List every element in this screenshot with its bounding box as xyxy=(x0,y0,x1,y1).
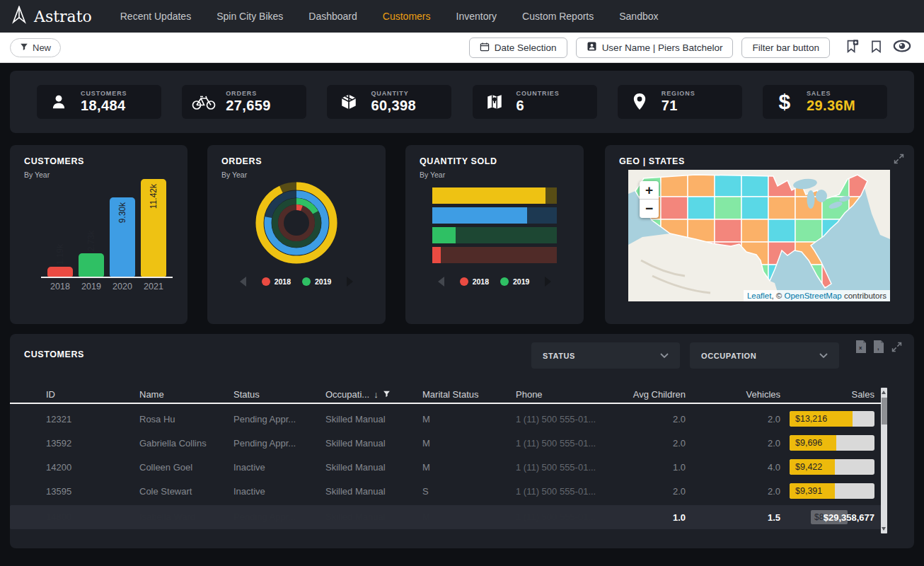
col-header-id[interactable]: ID xyxy=(46,389,139,400)
kpi-label: SALES xyxy=(807,90,855,97)
col-header-name[interactable]: Name xyxy=(139,389,233,400)
legend-dot xyxy=(460,277,468,286)
occupation-filter-dropdown[interactable]: OCCUPATION xyxy=(690,342,839,369)
panel-title: GEO | STATES xyxy=(619,156,685,166)
chart-title: QUANTITY SOLD xyxy=(420,156,497,166)
kpi-orders[interactable]: ORDERS 27,659 xyxy=(182,85,306,119)
nav-item-spin-city-bikes[interactable]: Spin City Bikes xyxy=(204,0,296,33)
filter-bar-button[interactable]: Filter bar button xyxy=(741,37,830,58)
zoom-out-button[interactable]: − xyxy=(640,200,659,218)
kpi-value: 29.36M xyxy=(807,98,855,114)
osm-link[interactable]: OpenStreetMap xyxy=(785,291,842,300)
attrib-sep: , © xyxy=(771,291,784,300)
kpi-customers[interactable]: CUSTOMERS 18,484 xyxy=(37,85,161,119)
hbar-2019[interactable] xyxy=(432,227,557,243)
legend-prev-arrow-icon[interactable] xyxy=(438,277,444,287)
dollar-icon: $ xyxy=(773,91,797,112)
hbar-2018[interactable] xyxy=(432,247,557,263)
legend-item-2019[interactable]: 2019 xyxy=(500,277,529,286)
new-filter-button[interactable]: New xyxy=(10,38,61,57)
date-selection-button[interactable]: Date Selection xyxy=(469,37,567,58)
col-header-avg-children[interactable]: Avg Children xyxy=(597,389,686,400)
legend-next-arrow-icon[interactable] xyxy=(545,277,551,287)
kpi-value: 18,484 xyxy=(81,98,127,114)
legend-prev-arrow-icon[interactable] xyxy=(240,277,246,287)
kpi-label: CUSTOMERS xyxy=(81,90,127,97)
person-icon xyxy=(47,93,71,111)
leaflet-link[interactable]: Leaflet xyxy=(747,291,772,300)
col-header-occupation[interactable]: Occupati... ↓ xyxy=(325,389,422,400)
eye-icon[interactable] xyxy=(893,40,911,55)
filter-funnel-icon[interactable] xyxy=(383,389,391,400)
nav-item-inventory[interactable]: Inventory xyxy=(444,0,510,33)
nav-item-dashboard[interactable]: Dashboard xyxy=(296,0,370,33)
scrollbar-thumb[interactable] xyxy=(882,398,887,424)
sales-bar: $13,216 xyxy=(790,411,874,427)
pin-icon xyxy=(628,92,652,112)
expand-icon[interactable] xyxy=(891,341,903,356)
chevron-down-icon xyxy=(660,353,669,358)
table-row[interactable]: 12321Rosa Hu Pending Appr...Skilled Manu… xyxy=(10,407,887,431)
legend-item-2018[interactable]: 2018 xyxy=(262,277,291,286)
bar-value-label: 1.19k xyxy=(55,244,65,265)
legend-item-2018[interactable]: 2018 xyxy=(460,277,489,286)
status-filter-dropdown[interactable]: STATUS xyxy=(531,342,680,369)
kpi-label: REGIONS xyxy=(662,90,695,97)
brand[interactable]: Astrato xyxy=(0,6,108,27)
top-nav: Astrato Recent Updates Spin City Bikes D… xyxy=(0,0,924,33)
col-header-phone[interactable]: Phone xyxy=(516,389,597,400)
scroll-down-icon[interactable] xyxy=(882,527,886,531)
legend-label: 2018 xyxy=(275,277,291,286)
kpi-strip: CUSTOMERS 18,484 ORDERS 27,659 QUANTITY … xyxy=(10,71,914,133)
col-header-marital-status[interactable]: Marital Status xyxy=(422,389,516,400)
nav-item-custom-reports[interactable]: Custom Reports xyxy=(509,0,606,33)
legend-label: 2019 xyxy=(315,277,331,286)
hbar-2020[interactable] xyxy=(432,207,557,224)
bar-chart[interactable]: 1.19k2.73k9.30k11.42k xyxy=(41,179,173,278)
bar-2020[interactable]: 9.30k xyxy=(110,197,135,277)
nav-item-sandbox[interactable]: Sandbox xyxy=(606,0,671,33)
x-axis-ticks: 2018201920202021 xyxy=(41,282,173,291)
chart-subtitle: By Year xyxy=(24,171,50,179)
export-excel-icon[interactable]: x xyxy=(855,340,867,356)
bar-2019[interactable]: 2.73k xyxy=(79,231,104,277)
x-tick-label: 2021 xyxy=(141,282,166,291)
hbar-2021[interactable] xyxy=(432,187,557,204)
box-icon xyxy=(337,93,361,111)
kpi-value: 6 xyxy=(516,98,560,114)
bookmark-add-icon[interactable] xyxy=(844,38,860,57)
export-doc-icon[interactable]: , xyxy=(873,340,884,356)
x-tick-label: 2019 xyxy=(79,282,104,291)
leaflet-map[interactable]: + − Leaflet, © OpenStreetMap contributor… xyxy=(628,170,890,301)
horizontal-bar-chart[interactable] xyxy=(432,187,557,267)
svg-text:,: , xyxy=(877,344,879,351)
chart-subtitle: By Year xyxy=(221,171,247,179)
orders-chart-panel: ORDERS By Year 2018 2019 xyxy=(207,145,386,324)
table-row[interactable]: 13595Cole Stewart InactiveSkilled Manual… xyxy=(10,479,887,503)
kpi-quantity[interactable]: QUANTITY 60,398 xyxy=(327,85,451,119)
nav-item-customers[interactable]: Customers xyxy=(370,0,444,33)
bookmark-icon[interactable] xyxy=(870,39,883,57)
col-header-status[interactable]: Status xyxy=(233,389,325,400)
bar-2018[interactable]: 1.19k xyxy=(47,244,73,277)
donut-chart[interactable] xyxy=(253,180,340,266)
scroll-up-icon[interactable] xyxy=(882,391,886,394)
legend-item-2019[interactable]: 2019 xyxy=(302,277,331,286)
legend-next-arrow-icon[interactable] xyxy=(347,277,353,287)
user-name-button[interactable]: User Name | Piers Batchelor xyxy=(576,37,734,58)
col-header-sales[interactable]: Sales xyxy=(780,389,874,400)
table-row[interactable]: 14200Colleen Goel InactiveSkilled Manual… xyxy=(10,455,887,479)
sales-bar: $9,696 xyxy=(790,435,874,451)
sort-desc-icon[interactable]: ↓ xyxy=(374,389,379,400)
attrib-rest: contributors xyxy=(842,291,887,300)
kpi-countries[interactable]: COUNTRIES 6 xyxy=(473,85,597,119)
col-header-vehicles[interactable]: Vehicles xyxy=(686,389,780,400)
kpi-sales[interactable]: $ SALES 29.36M xyxy=(763,85,887,119)
vertical-scrollbar[interactable] xyxy=(881,388,887,533)
kpi-regions[interactable]: REGIONS 71 xyxy=(618,85,742,119)
nav-item-recent-updates[interactable]: Recent Updates xyxy=(108,0,204,33)
bar-2021[interactable]: 11.42k xyxy=(141,179,166,277)
zoom-in-button[interactable]: + xyxy=(640,181,659,200)
table-row[interactable]: 13592Gabriella Collins Pending Appr...Sk… xyxy=(10,431,887,455)
expand-icon[interactable] xyxy=(893,153,905,168)
